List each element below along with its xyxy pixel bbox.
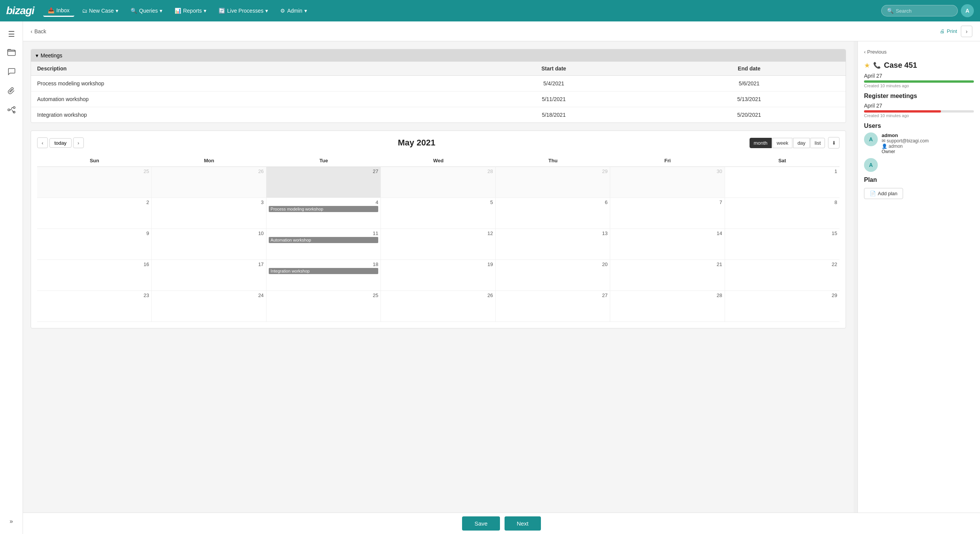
content-area: ▾ Meetings Description Start date End da… — [23, 41, 980, 513]
star-icon[interactable]: ★ — [864, 61, 870, 70]
calendar-cell[interactable]: 2 — [37, 198, 152, 229]
table-row: Automation workshop 5/11/2021 5/13/2021 — [31, 91, 846, 107]
calendar-today-button[interactable]: today — [49, 138, 72, 148]
phone-icon[interactable]: 📞 — [873, 62, 881, 69]
calendar-event[interactable]: Automation workshop — [269, 237, 378, 243]
calendar-grid: SunMonTueWedThuFriSat 2526272829301234Pr… — [37, 155, 840, 322]
calendar-cell[interactable]: 7 — [610, 198, 725, 229]
calendar-event[interactable]: Integration workshop — [269, 268, 378, 274]
calendar-cell[interactable]: 15 — [725, 229, 840, 260]
meeting-description: Integration workshop — [31, 107, 455, 123]
created-label1: Created 10 minutes ago — [864, 83, 974, 88]
calendar-cell[interactable]: 27 — [266, 167, 381, 198]
new-case-dropdown-icon: ▾ — [116, 8, 118, 14]
nav-live-processes[interactable]: 🔄 Live Processes ▾ — [214, 5, 273, 16]
sidebar-item-workflow[interactable] — [3, 103, 20, 119]
calendar-week: 161718Integration workshop19202122 — [37, 260, 840, 291]
sidebar-inbox-icon: ☰ — [8, 29, 15, 39]
svg-point-2 — [13, 106, 15, 108]
previous-button[interactable]: ‹ Previous — [864, 47, 887, 56]
calendar-toolbar: ‹ today › May 2021 month week day list — [37, 137, 840, 149]
calendar-cell[interactable]: 28 — [381, 167, 495, 198]
calendar-cell[interactable]: 29 — [725, 291, 840, 322]
user-row: A — [864, 158, 974, 172]
calendar-cell[interactable]: 14 — [610, 229, 725, 260]
sidebar: ☰ — [0, 21, 23, 534]
nav-queries[interactable]: 🔍 Queries ▾ — [126, 5, 167, 16]
calendar-cell[interactable]: 23 — [37, 291, 152, 322]
calendar-cell[interactable]: 5 — [381, 198, 495, 229]
calendar-cell[interactable]: 21 — [610, 260, 725, 291]
calendar-date-number: 30 — [612, 168, 722, 174]
next-button[interactable]: Next — [505, 516, 541, 531]
nav-inbox[interactable]: 📥 Inbox — [43, 5, 74, 17]
add-plan-button[interactable]: 📄 Add plan — [864, 188, 903, 199]
sidebar-expand-button[interactable]: » — [3, 513, 20, 529]
calendar-cell[interactable]: 27 — [496, 291, 610, 322]
calendar-cell[interactable]: 28 — [610, 291, 725, 322]
calendar-cell[interactable]: 25 — [266, 291, 381, 322]
scroll-right-button[interactable]: › — [961, 26, 972, 37]
calendar-cell[interactable]: 22 — [725, 260, 840, 291]
sidebar-item-chat[interactable] — [3, 64, 20, 80]
calendar-cell[interactable]: 20 — [496, 260, 610, 291]
nav-reports[interactable]: 📊 Reports ▾ — [170, 5, 211, 16]
calendar-cell[interactable]: 18Integration workshop — [266, 260, 381, 291]
user-info-0: admon ✉ support@bizagi.com 👤 admon Owner — [882, 132, 929, 154]
meeting-description: Automation workshop — [31, 91, 455, 107]
calendar-date-number: 5 — [383, 199, 493, 205]
reports-dropdown-icon: ▾ — [204, 8, 206, 14]
sidebar-item-attachment[interactable] — [3, 83, 20, 100]
view-week-button[interactable]: week — [773, 138, 792, 148]
nav-admin[interactable]: ⚙ Admin ▾ — [276, 5, 312, 16]
calendar-download-button[interactable]: ⬇ — [828, 137, 840, 149]
calendar-date-number: 6 — [498, 199, 608, 205]
calendar-prev-button[interactable]: ‹ — [37, 137, 48, 148]
calendar-date-number: 11 — [269, 230, 378, 236]
calendar-cell[interactable]: 4Process modeling workshop — [266, 198, 381, 229]
calendar-cell[interactable]: 13 — [496, 229, 610, 260]
view-list-button[interactable]: list — [810, 138, 825, 148]
calendar-cell[interactable]: 11Automation workshop — [266, 229, 381, 260]
calendar-date-number: 28 — [612, 292, 722, 298]
calendar-event[interactable]: Process modeling workshop — [269, 206, 378, 212]
calendar-cell[interactable]: 1 — [725, 167, 840, 198]
progress-bar-green-wrap — [864, 80, 974, 83]
calendar-cell[interactable]: 3 — [152, 198, 266, 229]
calendar-cell[interactable]: 26 — [381, 291, 495, 322]
view-day-button[interactable]: day — [793, 138, 810, 148]
calendar-view-buttons: month week day list — [750, 138, 825, 148]
back-button[interactable]: ‹ Back — [31, 28, 46, 34]
calendar-cell[interactable]: 19 — [381, 260, 495, 291]
calendar-cell[interactable]: 30 — [610, 167, 725, 198]
user-avatar[interactable]: A — [961, 4, 974, 17]
calendar-cell[interactable]: 9 — [37, 229, 152, 260]
expand-icon: » — [10, 518, 13, 525]
calendar-date-number: 3 — [154, 199, 263, 205]
collapse-icon[interactable]: ▾ — [36, 52, 38, 59]
calendar-cell[interactable]: 6 — [496, 198, 610, 229]
calendar-cell[interactable]: 26 — [152, 167, 266, 198]
view-month-button[interactable]: month — [750, 138, 772, 148]
meeting-start-date: 5/18/2021 — [455, 107, 652, 123]
calendar-cell[interactable]: 17 — [152, 260, 266, 291]
nav-new-case[interactable]: 🗂 New Case ▾ — [77, 5, 123, 16]
calendar-week: 23242526272829 — [37, 291, 840, 322]
calendar-cell[interactable]: 25 — [37, 167, 152, 198]
calendar-cell[interactable]: 10 — [152, 229, 266, 260]
print-button[interactable]: 🖨 Print — [940, 28, 957, 34]
calendar-date-number: 29 — [727, 292, 837, 298]
search-bar[interactable]: 🔍 — [881, 5, 958, 16]
calendar-cell[interactable]: 12 — [381, 229, 495, 260]
calendar-cell[interactable]: 29 — [496, 167, 610, 198]
search-input[interactable] — [896, 8, 952, 14]
save-button[interactable]: Save — [462, 516, 500, 531]
meetings-header: ▾ Meetings — [31, 49, 846, 62]
calendar-next-button[interactable]: › — [73, 137, 84, 148]
sidebar-item-inbox[interactable]: ☰ — [3, 26, 20, 42]
reports-nav-icon: 📊 — [175, 8, 181, 14]
calendar-cell[interactable]: 8 — [725, 198, 840, 229]
calendar-cell[interactable]: 24 — [152, 291, 266, 322]
calendar-cell[interactable]: 16 — [37, 260, 152, 291]
sidebar-item-folder[interactable] — [3, 45, 20, 61]
